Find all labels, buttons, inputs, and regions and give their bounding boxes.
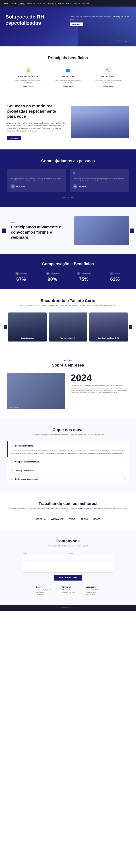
stat-value-1: 67% [16,276,26,282]
hero-right: Sample large text. Lorem ipsum dolor sit… [66,14,131,26]
contato-section: Contate-nos Alguma pergunta? Sinta-me es… [0,530,136,605]
talento-subtitle: Lorem ipsum dolor sit amet, consectetur … [5,305,131,307]
beneficio-item-2: 👥 EXPERIÊNCIA Lorem ipsum dolor sit amet… [52,67,84,87]
nav-home[interactable]: HOME [11,3,16,4]
beneficios-grid: 💰 ECONOMIA DE CUSTOS Lorem ipsum dolor s… [7,67,129,87]
como-image-label: Imagem de Fundo [7,196,129,198]
author-initials-1: PS [12,186,14,187]
beneficio-label-1: ECONOMIA DE CUSTOS [18,75,38,78]
accordion-chevron-2: ∨ [124,460,126,463]
hero-saiba-button[interactable]: LEIA MAIS [70,23,83,26]
accordion-title-2: Compensation Management [15,461,39,463]
office-address-sidney: 42 Prinsep Rd Syd rout102 Collins StSydn… [36,589,50,596]
email-label: Email [23,553,67,554]
talento-section: Encontrando o Talento Certo Lorem ipsum … [0,289,136,350]
talent-card-2[interactable]: Recrutamento de RH [49,312,87,341]
trabalhando-cta[interactable]: ações demostratórias [78,508,95,509]
accordion-title-row-1: 01. Recruitment Staffing [11,444,33,447]
hero-section: Soluções de RH especializadas Sample lar… [0,6,136,46]
stat-label-3: Recrutamento [81,273,91,274]
navbar: logo HOME LISTING ABOUT US OUR TEAM CONT… [0,0,136,6]
trabalhando-desc: Paragraph Lorem ipsum dolor sit amet, co… [7,507,129,513]
oque-section: O que nos move Paragraph Lorem ipsum dol… [0,418,136,492]
beneficio-label-3: FLEXIBILIDADE [101,75,115,78]
form-group-email: Email [23,553,67,560]
nav-page5[interactable]: PAGE 5 ▾ [82,3,89,4]
accordion-header-2[interactable]: 02. Compensation Management ∨ [8,457,129,466]
talento-prev-button[interactable]: ‹ [4,325,7,329]
quote-mark-2: " [73,172,126,176]
talent-card-label-2: Recrutamento de RH [50,337,86,339]
nav-listing[interactable]: LISTING [19,3,25,5]
nav-links: HOME LISTING ABOUT US OUR TEAM CONTACT P… [11,2,89,5]
compensacao-title: Compensação e Benefícios [7,261,129,266]
nav-page1[interactable]: PAGE 1 [58,3,64,4]
sobre-image-label: Imagem de Fundo [9,407,19,408]
form-group-name: Nome [69,553,113,560]
talent-card-3[interactable]: Soluções Inovadoras do RH [90,312,128,341]
nav-about[interactable]: ABOUT US [27,3,35,4]
sobre-content: Imagem de Fundo 2024 Lorem cum ipsum dol… [7,373,129,409]
offices-row: Sidney 42 Prinsep Rd Syd rout102 Collins… [7,586,129,596]
stat-icon-row-3: 🔍 Recrutamento [77,272,91,275]
accordion-item-4: 04. Performance Management ∨ [7,475,129,483]
partner-tesla: TESLA [81,518,88,521]
talento-next-button[interactable]: › [129,325,132,329]
talent-card-label-1: Busca Executiva [10,337,45,339]
office-address-la: 366 Park, Ste Rd #100Los Angeles CA9045-… [86,589,100,596]
name-input[interactable] [69,555,113,560]
message-textarea[interactable] [23,562,113,572]
testimonial-author-2: SP Sam Perry [73,184,126,189]
accordion-number-2: 02. [11,461,13,463]
compensacao-section: Compensação e Benefícios 🎁 Benefícios 67… [0,254,136,289]
sobre-image: Imagem de Fundo [7,373,65,409]
participa-next-button[interactable]: › [130,228,134,233]
quote-mark-1: " [10,172,63,176]
stat-3: 🔍 Recrutamento 75% [70,272,98,282]
contato-subtitle: Alguma pergunta? Sinta-me escrever uma m… [7,545,129,547]
como-section: Como ajudamos as pessoas " Lorem ipsum d… [0,150,136,207]
beneficio-link-2[interactable]: SABER MAIS [63,86,73,87]
oque-subtitle: Paragraph Lorem ipsum dolor sit amet, co… [7,434,129,436]
accordion-title-1: Recruitment Staffing [15,445,33,447]
stat-label-4: Mentoria [114,273,120,274]
partner-evga: EVGA [69,518,75,521]
accordion-header-1[interactable]: 01. Recruitment Staffing ∧ [8,441,129,450]
author-avatar-2: SP [73,184,77,189]
accordion-chevron-4: ∨ [124,478,126,480]
beneficio-desc-3: Lorem ipsum dolor sit amet, consectetur … [92,79,124,84]
participa-title: Participamos ativamente e convocamos fór… [11,224,65,240]
stat-2: 📚 Treinamento 90% [39,272,66,282]
author-initials-2: SP [74,186,76,187]
participa-tag: SLIDE [11,221,65,223]
beneficios-section: Principais benefícios 💰 ECONOMIA DE CUST… [0,46,136,94]
beneficio-link-1[interactable]: SABER MAIS [23,86,33,87]
nav-contact[interactable]: CONTACT [48,3,56,4]
talento-cards-row: Busca Executiva Recrutamento de RH Soluç… [8,312,128,341]
beneficio-link-3[interactable]: SABER MAIS [103,86,113,87]
participa-section: ‹ SLIDE Participamos ativamente e convoc… [0,207,136,254]
email-input[interactable] [23,555,67,560]
solucoes-btn[interactable]: LEIA MAIS [7,136,21,141]
meeting-silhouette [71,112,129,138]
trabalhando-section: Trabalhando com os melhores! Paragraph L… [0,492,136,530]
office-city-melbourne: Melbourne [62,586,75,588]
participa-prev-button[interactable]: ‹ [2,228,6,233]
beneficio-icon-3: 🔧 [104,67,111,74]
accordion-header-4[interactable]: 04. Performance Management ∨ [8,475,129,483]
accordion-header-3[interactable]: 03. Training Development ∨ [8,466,129,474]
nav-page8[interactable]: PAGE 8 [74,3,80,4]
accordion-number-3: 03. [11,470,13,471]
accordion-number-4: 04. [11,478,13,480]
beneficio-item-3: 🔧 FLEXIBILIDADE Lorem ipsum dolor sit am… [92,67,124,87]
partner-binance: ◆ BINANCE [51,518,64,521]
nav-logo: logo [4,2,8,4]
partner-sony: SONY [93,518,100,521]
solucoes-image [71,106,129,138]
talent-card-label-3: Soluções Inovadoras do RH [91,337,126,339]
talent-card-1[interactable]: Busca Executiva [8,312,46,341]
solucoes-desc: Dignissim ut enim ad minim veniam, quis … [7,122,65,132]
send-button[interactable]: ENVIAR MENSAGEM [54,575,82,581]
nav-team[interactable]: OUR TEAM [38,3,46,4]
nav-page2[interactable]: PAGE 2 [66,3,72,4]
